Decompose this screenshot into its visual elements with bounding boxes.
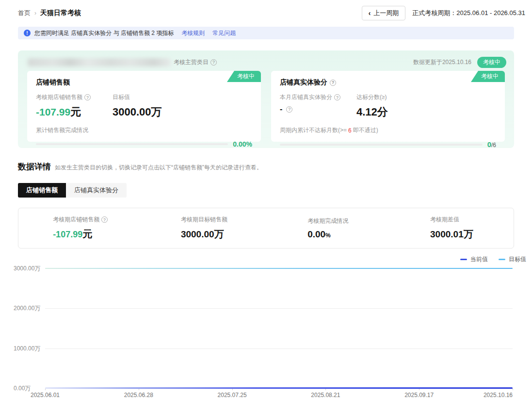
previous-period-button[interactable]: ‹ 上一周期 — [362, 6, 406, 20]
notice-text: 您需同时满足 店铺真实体验分 与 店铺销售额 2 项指标 — [34, 29, 174, 37]
help-icon[interactable]: ? — [84, 94, 91, 100]
chart-y-tick-label: 0.00万 — [14, 384, 44, 393]
status-badge: 考核中 — [477, 57, 506, 68]
sales-target-value: 3000.00 万 — [113, 105, 189, 119]
stat-col-sales: 考核期店铺销售额 ? -107.99 元 — [18, 216, 142, 241]
legend-item-current[interactable]: 当前值 — [460, 255, 488, 264]
experience-target-unit: 分 — [377, 105, 388, 119]
experience-progress-value: 0/6 — [487, 140, 496, 149]
stats-summary-card: 考核期店铺销售额 ? -107.99 元 考核期目标销售额 3000.00 万 — [18, 208, 514, 249]
experience-status-ribbon: 考核中 — [471, 71, 505, 82]
breadcrumb-current: 天猫日常考核 — [40, 9, 81, 17]
experience-metric-card: 考核中 店铺真实体验分 ? 本月店铺真实体验分 ? - ? — [271, 71, 505, 142]
breadcrumb-separator-icon: › — [34, 10, 36, 17]
stat-col-target: 考核期目标销售额 3000.00 万 — [142, 216, 266, 241]
legend-label: 当前值 — [470, 255, 488, 264]
breadcrumb-home[interactable]: 首页 — [18, 9, 31, 17]
chart-gridline — [45, 308, 513, 309]
chart-series-line-target — [45, 268, 513, 269]
stat-unit: 万 — [214, 228, 224, 241]
stat-unit: % — [325, 232, 331, 239]
stat-label: 考核期差值 — [430, 216, 473, 224]
sales-target-unit: 万 — [151, 105, 162, 119]
experience-progress-row: 0/6 — [280, 140, 496, 149]
chart-x-tick-label: 2025.06.01 — [31, 392, 60, 398]
faq-link[interactable]: 常见问题 — [212, 29, 236, 37]
notice-banner: ! 您需同时满足 店铺真实体验分 与 店铺销售额 2 项指标 考核规则 常见问题 — [18, 27, 514, 39]
experience-current-metric: 本月店铺真实体验分 ? - ? — [280, 93, 356, 119]
help-icon[interactable]: ? — [334, 94, 340, 100]
sales-card-title: 店铺销售额 — [36, 78, 252, 87]
sales-metric-card: 考核中 店铺销售额 考核期店铺销售额 ? -107.99 元 — [27, 71, 261, 142]
stat-col-gap: 考核期差值 3000.01 万 — [390, 216, 514, 241]
legend-swatch-icon — [499, 259, 505, 260]
main-category-label: 考核主营类目 ? — [174, 58, 217, 66]
sales-current-label-text: 考核期店铺销售额 — [36, 93, 82, 101]
chart-gridline — [45, 348, 513, 349]
tab-experience[interactable]: 店铺真实体验分 — [66, 183, 127, 198]
experience-target-number: 4.12 — [356, 106, 377, 118]
experience-threshold-number: 6 — [348, 127, 352, 134]
assessment-rules-link[interactable]: 考核规则 — [181, 29, 205, 37]
sales-metrics-row: 考核期店铺销售额 ? -107.99 元 目标值 3000. — [36, 93, 252, 119]
stat-col-completion: 考核期完成情况 0.00 % — [266, 217, 390, 240]
experience-progress-label-pre: 周期内累计不达标月数(>= — [280, 126, 347, 134]
sales-target-number: 3000.00 — [113, 106, 151, 118]
chart-plot-area: 3000.00万2000.00万1000.00万0.00万2025.06.012… — [45, 268, 513, 388]
chart-x-tick-mark — [513, 388, 513, 390]
details-title: 数据详情 — [18, 161, 51, 172]
sales-progress-label: 累计销售额完成情况 — [36, 126, 252, 134]
breadcrumb: 首页 › 天猫日常考核 — [18, 9, 81, 17]
sales-progress-value: 0.00% — [233, 140, 252, 148]
help-icon[interactable]: ? — [286, 106, 292, 113]
help-icon[interactable]: ? — [330, 80, 336, 86]
stat-label: 考核期目标销售额 — [181, 216, 227, 224]
stat-label: 考核期完成情况 — [307, 217, 348, 225]
top-bar: 首页 › 天猫日常考核 ‹ 上一周期 正式考核周期：2025.06.01 - 2… — [18, 6, 525, 20]
help-icon[interactable]: ? — [101, 216, 108, 223]
experience-current-label-text: 本月店铺真实体验分 — [280, 93, 332, 101]
sales-trend-chart: 当前值目标值 3000.00万2000.00万1000.00万0.00万2025… — [14, 251, 526, 398]
details-tabs: 店铺销售额 店铺真实体验分 — [18, 183, 127, 198]
overview-header: 考核主营类目 ? 数据更新于2025.10.16 考核中 — [28, 56, 506, 68]
page: 首页 › 天猫日常考核 ‹ 上一周期 正式考核周期：2025.06.01 - 2… — [0, 0, 532, 398]
experience-card-title-text: 店铺真实体验分 — [280, 78, 327, 87]
experience-metrics-row: 本月店铺真实体验分 ? - ? 达标分数(≥) 4.12 — [280, 93, 496, 119]
legend-item-target[interactable]: 目标值 — [499, 255, 526, 264]
experience-current-number: - — [280, 105, 282, 114]
stat-label: 考核期店铺销售额 ? — [53, 216, 108, 224]
stat-value: -107.99 元 — [53, 228, 108, 241]
top-bar-right: ‹ 上一周期 正式考核周期：2025.06.01 - 2026.05.31 — [362, 6, 525, 20]
assessment-period-label: 正式考核周期：2025.06.01 - 2026.05.31 — [412, 9, 525, 17]
experience-progress-denominator: /6 — [491, 142, 496, 149]
experience-progress-bar — [280, 144, 483, 146]
experience-card-title: 店铺真实体验分 ? — [280, 78, 496, 87]
chart-x-tick-label: 2025.09.17 — [404, 392, 434, 398]
details-section-header: 数据详情 如发生主营类目的切换，切换记录可点击以下“店铺销售额”每天的记录进行查… — [18, 161, 262, 172]
chevron-left-icon: ‹ — [369, 10, 371, 17]
stat-label-text: 考核期店铺销售额 — [53, 216, 99, 224]
stat-number: 0.00 — [307, 229, 325, 240]
sales-current-unit: 元 — [70, 105, 81, 119]
experience-progress-label: 周期内累计不达标月数(>= 6 即不通过) — [280, 126, 496, 134]
store-name-redacted — [28, 58, 171, 66]
experience-current-label: 本月店铺真实体验分 ? — [280, 93, 356, 101]
legend-label: 目标值 — [509, 255, 526, 264]
metric-subcards: 考核中 店铺销售额 考核期店铺销售额 ? -107.99 元 — [27, 71, 505, 142]
help-icon[interactable]: ? — [210, 59, 217, 66]
stat-value: 0.00 % — [307, 229, 348, 240]
stat-label-text: 考核期目标销售额 — [181, 216, 227, 224]
main-category-text: 考核主营类目 — [174, 58, 209, 66]
sales-target-label-text: 目标值 — [113, 93, 130, 101]
experience-progress-label-post: 即不通过) — [353, 126, 378, 134]
chart-x-tick-label: 2025.06.28 — [124, 392, 153, 398]
stat-number: 3000.00 — [181, 229, 214, 240]
assessment-overview-card: 考核主营类目 ? 数据更新于2025.10.16 考核中 考核中 店铺销售额 考… — [18, 50, 514, 148]
tab-sales[interactable]: 店铺销售额 — [18, 183, 66, 198]
sales-target-label: 目标值 — [113, 93, 189, 101]
sales-current-metric: 考核期店铺销售额 ? -107.99 元 — [36, 93, 113, 119]
experience-current-value: - ? — [280, 105, 356, 114]
experience-target-value: 4.12 分 — [356, 105, 433, 119]
chart-x-tick-label: 2025.08.21 — [311, 392, 340, 398]
chart-x-tick-label: 2025.10.16 — [484, 392, 513, 398]
